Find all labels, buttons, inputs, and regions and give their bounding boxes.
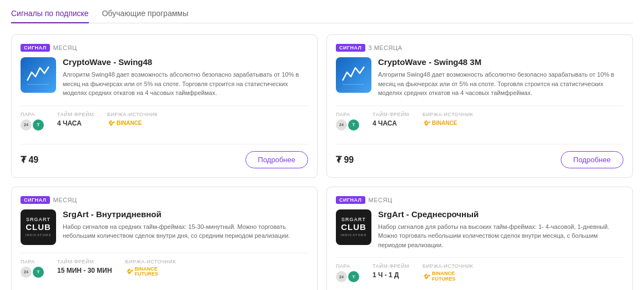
card-info: CryptoWave - Swing48 3M Алгоритм Swing48…: [378, 57, 623, 98]
card-info: CryptoWave - Swing48 Алгоритм Swing48 да…: [63, 57, 308, 98]
meta-item: БИРЖА-ИСТОЧНИК BINANCE: [422, 112, 473, 131]
meta-label: ТАЙМ-ФРЕЙМ: [57, 112, 94, 117]
badge-signal: СИГНАЛ: [21, 44, 50, 52]
meta-label: ПАРА: [336, 263, 359, 269]
pair-icons: 24 T: [336, 119, 359, 131]
meta-item: ТАЙМ-ФРЕЙМ 15 МИН - 30 МИН: [57, 259, 112, 278]
card-meta: ПАРА 24 T ТАЙМ-ФРЕЙМ 4 ЧАСА БИРЖА-ИСТОЧН…: [21, 106, 308, 136]
svg-marker-28: [424, 276, 426, 277]
binance-logo: BINANCE: [107, 119, 158, 127]
pair-icons: 24 T: [21, 267, 44, 278]
card-header: SRGART CLUB INDICATORS SrgArt - Внутридн…: [21, 209, 308, 245]
badge-signal: СИГНАЛ: [336, 196, 365, 204]
badge-period: МЕСЯЦ: [53, 197, 77, 203]
btc-icon: 24: [336, 119, 347, 131]
badge-period: 3 МЕСЯЦА: [369, 44, 402, 51]
usdt-icon: T: [33, 267, 44, 278]
tab-education[interactable]: Обучающие программы: [102, 9, 188, 23]
binance-logo: BINANCE: [422, 119, 473, 127]
card-title: SrgArt - Внутридневной: [63, 209, 308, 219]
card-card2: СИГНАЛ 3 МЕСЯЦА CryptoWave - Swing48 3M …: [326, 34, 633, 178]
tab-signals[interactable]: Сигналы по подписке: [11, 9, 89, 23]
card-description: Алгоритм Swing48 дает возможность абсолю…: [63, 70, 308, 98]
meta-label: ТАЙМ-ФРЕЙМ: [373, 112, 409, 117]
meta-label: ПАРА: [336, 112, 359, 117]
card-footer: ₮ 99 Подробнее: [336, 144, 623, 168]
svg-marker-12: [424, 122, 426, 123]
card-info: SrgArt - Среднесрочный Набор сигналов дл…: [378, 209, 623, 250]
card-header: CryptoWave - Swing48 Алгоритм Swing48 да…: [21, 57, 308, 98]
meta-label: ПАРА: [21, 112, 44, 117]
card-description: Набор сигналов на средних тайм-фреймах: …: [63, 222, 308, 241]
card-header: CryptoWave - Swing48 3M Алгоритм Swing48…: [336, 57, 623, 98]
meta-value: 15 МИН - 30 МИН: [57, 267, 112, 274]
btc-icon: 24: [21, 267, 32, 278]
meta-label: ТАЙМ-ФРЕЙМ: [57, 259, 112, 264]
card-title: CryptoWave - Swing48 3M: [378, 57, 623, 67]
pair-icons: 24 T: [336, 271, 359, 282]
card-card3: СИГНАЛ МЕСЯЦ SRGART CLUB INDICATORS SrgA…: [11, 187, 318, 291]
product-logo: [21, 57, 56, 93]
card-footer: ₮ 49 Подробнее: [21, 144, 308, 168]
cards-grid: СИГНАЛ МЕСЯЦ CryptoWave - Swing48 Алгори…: [11, 34, 633, 290]
binance-futures-logo: BINANCEFUTURES: [125, 267, 176, 278]
meta-item: ПАРА 24 T: [336, 263, 359, 282]
meta-label: БИРЖА-ИСТОЧНИК: [422, 263, 473, 269]
card-info: SrgArt - Внутридневной Набор сигналов на…: [63, 209, 308, 245]
meta-label: БИРЖА-ИСТОЧНИК: [125, 259, 176, 264]
meta-label: ПАРА: [21, 259, 44, 264]
details-button[interactable]: Подробнее: [561, 151, 623, 168]
card-description: Алгоритм Swing48 дает возможность абсолю…: [378, 70, 623, 98]
badge-signal: СИГНАЛ: [336, 44, 365, 52]
card-header: SRGART CLUB INDICATORS SrgArt - Среднеср…: [336, 209, 623, 250]
meta-label: БИРЖА-ИСТОЧНИК: [107, 112, 158, 117]
card-meta: ПАРА 24 T ТАЙМ-ФРЕЙМ 15 МИН - 30 МИН БИР…: [21, 253, 308, 283]
svg-marker-4: [108, 122, 111, 123]
usdt-icon: T: [33, 119, 44, 131]
details-button[interactable]: Подробнее: [245, 151, 308, 168]
meta-item: ТАЙМ-ФРЕЙМ 4 ЧАСА: [373, 112, 409, 131]
meta-item: ПАРА 24 T: [336, 112, 359, 131]
usdt-icon: T: [348, 271, 359, 282]
binance-futures-logo: BINANCEFUTURES: [422, 271, 473, 282]
meta-item: БИРЖА-ИСТОЧНИК BINANCEFUTURES: [422, 263, 473, 282]
page-wrapper: Сигналы по подписке Обучающие программы …: [0, 0, 644, 290]
meta-value: 24 T: [336, 119, 359, 131]
btc-icon: 24: [21, 119, 32, 131]
card-badges: СИГНАЛ МЕСЯЦ: [336, 196, 623, 204]
meta-item: ПАРА 24 T: [21, 112, 44, 131]
card-badges: СИГНАЛ 3 МЕСЯЦА: [336, 44, 623, 52]
usdt-icon: T: [348, 119, 359, 131]
product-logo: SRGART CLUB INDICATORS: [336, 209, 371, 245]
badge-period: МЕСЯЦ: [369, 197, 393, 203]
card-badges: СИГНАЛ МЕСЯЦ: [21, 44, 308, 52]
meta-value: 4 ЧАСА: [373, 119, 409, 127]
card-badges: СИГНАЛ МЕСЯЦ: [21, 196, 308, 204]
meta-item: БИРЖА-ИСТОЧНИК BINANCE: [107, 112, 158, 131]
meta-value: 24 T: [21, 267, 44, 278]
card-card1: СИГНАЛ МЕСЯЦ CryptoWave - Swing48 Алгори…: [11, 34, 318, 178]
meta-label: ТАЙМ-ФРЕЙМ: [373, 263, 409, 269]
card-meta: ПАРА 24 T ТАЙМ-ФРЕЙМ 4 ЧАСА БИРЖА-ИСТОЧН…: [336, 106, 623, 136]
meta-item: БИРЖА-ИСТОЧНИК BINANCEFUTURES: [125, 259, 176, 278]
card-card4: СИГНАЛ МЕСЯЦ SRGART CLUB INDICATORS SrgA…: [326, 187, 633, 291]
price: ₮ 49: [21, 154, 38, 165]
product-logo: [336, 57, 371, 93]
card-description: Набор сигналов для работы на высоких тай…: [378, 222, 623, 250]
meta-label: БИРЖА-ИСТОЧНИК: [422, 112, 473, 117]
badge-period: МЕСЯЦ: [53, 44, 77, 51]
card-title: CryptoWave - Swing48: [63, 57, 308, 67]
card-title: SrgArt - Среднесрочный: [378, 209, 623, 219]
meta-value: 24 T: [336, 271, 359, 282]
svg-marker-20: [126, 271, 129, 272]
btc-icon: 24: [336, 271, 347, 282]
meta-item: ТАЙМ-ФРЕЙМ 4 ЧАСА: [57, 112, 94, 131]
meta-value: 1 Ч - 1 Д: [373, 271, 409, 279]
pair-icons: 24 T: [21, 119, 44, 131]
price: ₮ 99: [336, 154, 354, 165]
meta-value: 4 ЧАСА: [57, 119, 94, 127]
product-logo: SRGART CLUB INDICATORS: [21, 209, 56, 245]
badge-signal: СИГНАЛ: [21, 196, 50, 204]
meta-item: ТАЙМ-ФРЕЙМ 1 Ч - 1 Д: [373, 263, 409, 282]
tabs-nav: Сигналы по подписке Обучающие программы: [11, 9, 633, 23]
